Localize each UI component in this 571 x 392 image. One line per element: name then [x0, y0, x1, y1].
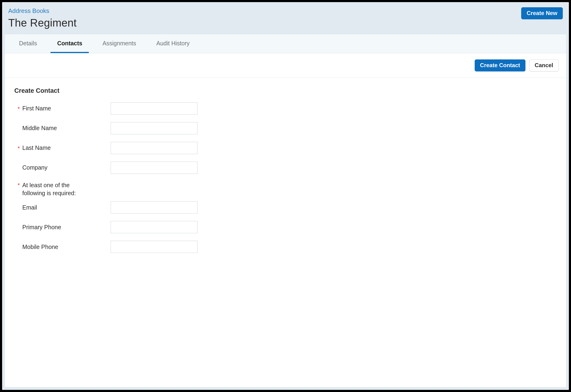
required-marker-placeholder	[18, 204, 22, 205]
required-marker: *	[18, 144, 22, 151]
label-middle-name: Middle Name	[22, 125, 57, 132]
label-last-name: Last Name	[22, 144, 51, 151]
label-primary-phone: Primary Phone	[22, 224, 61, 231]
form-toolbar: Create Contact Cancel	[5, 53, 566, 78]
breadcrumb-link[interactable]: Address Books	[8, 7, 77, 14]
required-marker-placeholder	[18, 224, 22, 225]
tab-bar: Details Contacts Assignments Audit Histo…	[5, 34, 566, 53]
tab-assignments[interactable]: Assignments	[96, 34, 143, 53]
form-area: Create Contact * First Name Middle Name	[5, 78, 566, 263]
row-required-note: * At least one of the following is requi…	[14, 181, 557, 197]
label-first-name: First Name	[22, 105, 51, 112]
primary-phone-field[interactable]	[111, 221, 198, 233]
page-title: The Regiment	[8, 16, 77, 29]
content-card: Details Contacts Assignments Audit Histo…	[5, 34, 566, 387]
required-marker-placeholder	[18, 164, 22, 165]
middle-name-field[interactable]	[111, 122, 198, 134]
tab-details[interactable]: Details	[13, 34, 43, 53]
section-title: Create Contact	[14, 87, 557, 94]
header-left: Address Books The Regiment	[8, 7, 77, 29]
row-primary-phone: Primary Phone	[14, 221, 557, 233]
create-contact-button[interactable]: Create Contact	[475, 59, 526, 71]
label-mobile-phone: Mobile Phone	[22, 244, 58, 250]
required-marker: *	[18, 181, 22, 188]
label-company: Company	[22, 164, 47, 171]
required-marker: *	[18, 105, 22, 112]
tab-contacts[interactable]: Contacts	[51, 34, 89, 53]
email-field[interactable]	[111, 201, 198, 213]
company-field[interactable]	[111, 162, 198, 174]
row-first-name: * First Name	[14, 102, 557, 115]
tab-audit-history[interactable]: Audit History	[150, 34, 196, 53]
first-name-field[interactable]	[111, 102, 198, 115]
required-note: At least one of the following is require…	[22, 181, 93, 197]
page-header: Address Books The Regiment Create New	[5, 4, 566, 34]
row-email: Email	[14, 201, 557, 213]
row-company: Company	[14, 162, 557, 174]
create-new-button[interactable]: Create New	[521, 7, 563, 19]
row-mobile-phone: Mobile Phone	[14, 241, 557, 253]
cancel-button[interactable]: Cancel	[529, 59, 558, 71]
page-container: Address Books The Regiment Create New De…	[2, 2, 569, 390]
last-name-field[interactable]	[111, 142, 198, 154]
row-last-name: * Last Name	[14, 142, 557, 154]
mobile-phone-field[interactable]	[111, 241, 198, 253]
row-middle-name: Middle Name	[14, 122, 557, 134]
label-email: Email	[22, 204, 37, 211]
required-marker-placeholder	[18, 244, 22, 245]
required-marker-placeholder	[18, 125, 22, 126]
